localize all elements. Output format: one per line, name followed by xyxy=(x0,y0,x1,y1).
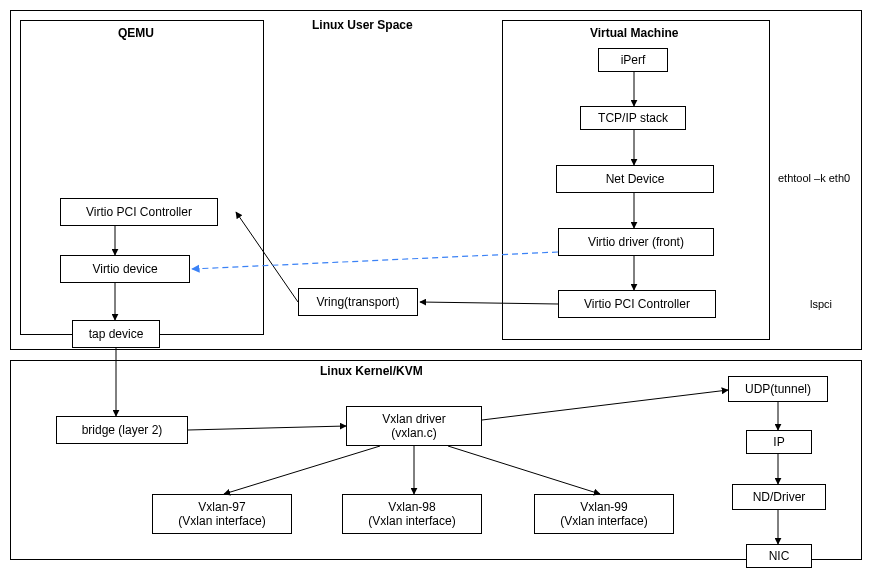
lspci-annotation: lspci xyxy=(810,298,832,310)
diagram-canvas: Linux User Space QEMU Virtual Machine Li… xyxy=(0,0,876,575)
tcpip-box: TCP/IP stack xyxy=(580,106,686,130)
nd-driver-box: ND/Driver xyxy=(732,484,826,510)
qemu-frame xyxy=(20,20,264,335)
vxlan-99-text: Vxlan-99 (Vxlan interface) xyxy=(560,500,647,529)
vxlan-99-box: Vxlan-99 (Vxlan interface) xyxy=(534,494,674,534)
virtio-driver-box: Virtio driver (front) xyxy=(558,228,714,256)
kernel-label: Linux Kernel/KVM xyxy=(320,364,423,378)
vm-label: Virtual Machine xyxy=(590,26,678,40)
vxlan-98-text: Vxlan-98 (Vxlan interface) xyxy=(368,500,455,529)
bridge-box: bridge (layer 2) xyxy=(56,416,188,444)
userspace-label: Linux User Space xyxy=(312,18,413,32)
vxlan-97-text: Vxlan-97 (Vxlan interface) xyxy=(178,500,265,529)
vxlan-driver-text: Vxlan driver (vxlan.c) xyxy=(382,412,445,441)
udp-box: UDP(tunnel) xyxy=(728,376,828,402)
vxlan-97-box: Vxlan-97 (Vxlan interface) xyxy=(152,494,292,534)
nic-box: NIC xyxy=(746,544,812,568)
vxlan-98-box: Vxlan-98 (Vxlan interface) xyxy=(342,494,482,534)
ip-box: IP xyxy=(746,430,812,454)
tap-device-box: tap device xyxy=(72,320,160,348)
qemu-label: QEMU xyxy=(118,26,154,40)
virtio-pci-controller-vm-box: Virtio PCI Controller xyxy=(558,290,716,318)
ethtool-annotation: ethtool –k eth0 xyxy=(778,172,850,184)
net-device-box: Net Device xyxy=(556,165,714,193)
virtio-pci-controller-qemu-box: Virtio PCI Controller xyxy=(60,198,218,226)
virtio-device-box: Virtio device xyxy=(60,255,190,283)
vring-box: Vring(transport) xyxy=(298,288,418,316)
iperf-box: iPerf xyxy=(598,48,668,72)
vxlan-driver-box: Vxlan driver (vxlan.c) xyxy=(346,406,482,446)
